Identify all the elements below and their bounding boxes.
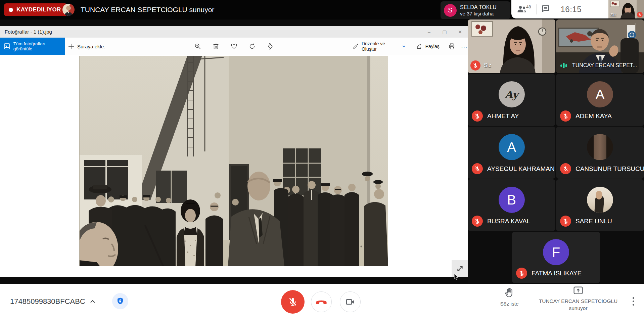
edit-icon bbox=[353, 43, 359, 50]
avatar: B bbox=[499, 187, 525, 213]
participant-tile-ahmet-ay[interactable]: Ay AHMET AY bbox=[468, 74, 555, 126]
photos-window-title: Fotoğraflar - 1 (1).jpg bbox=[5, 26, 52, 38]
avatar bbox=[587, 134, 613, 160]
participant-tile-busra-kaval[interactable]: B BUSRA KAVAL bbox=[468, 179, 555, 231]
mic-muted-icon bbox=[287, 297, 298, 307]
clock: 16:15 bbox=[560, 5, 582, 14]
participant-name: AHMET AY bbox=[487, 112, 519, 120]
crop-icon[interactable] bbox=[267, 43, 274, 50]
participant-tile-adem-kaya[interactable]: A ADEM KAYA bbox=[556, 74, 644, 126]
photos-toolbar: Tüm fotoğrafları görüntüle Şuraya ekle: bbox=[0, 38, 468, 55]
participant-tile-aysegul-kahraman[interactable]: A AYSEGUL KAHRAMAN bbox=[468, 127, 555, 179]
presenting-name: TUNCAY ERCAN SEPETCiOGLU bbox=[535, 298, 622, 304]
meet-call-screen: KAYDEDİLİYOR TUNCAY ERCAN SEPETCiOGLU su… bbox=[0, 0, 644, 319]
photo-icon bbox=[4, 43, 10, 49]
more-options-button[interactable]: ... bbox=[461, 43, 468, 49]
hand-icon bbox=[505, 288, 514, 298]
presenting-word: sunuyor bbox=[535, 305, 622, 311]
present-screen-icon bbox=[573, 286, 583, 295]
self-view-thumbnail[interactable]: Siz bbox=[608, 0, 644, 18]
participant-tile-sare-unlu[interactable]: SARE UNLU bbox=[556, 179, 644, 231]
mic-muted-icon bbox=[472, 163, 483, 174]
participants-button[interactable]: 48 bbox=[517, 4, 532, 14]
delete-icon[interactable] bbox=[212, 43, 220, 50]
participant-name: BUSRA KAVAL bbox=[487, 218, 530, 225]
meeting-code: 17485099830BFCABC bbox=[10, 297, 85, 306]
shield-lock-icon bbox=[116, 297, 124, 305]
avatar: A bbox=[587, 81, 613, 107]
participants-toast: S SELDA TOKLU ve 37 kişi daha bbox=[441, 1, 510, 19]
divider bbox=[555, 4, 555, 14]
chat-button[interactable] bbox=[541, 4, 550, 14]
presenting-status[interactable]: TUNCAY ERCAN SEPETCiOGLU sunuyor bbox=[535, 286, 622, 311]
participant-name: SARE UNLU bbox=[576, 218, 612, 225]
avatar: A bbox=[499, 134, 525, 160]
participant-tile-fatma-islikaye[interactable]: F FATMA ISLIKAYE bbox=[512, 232, 600, 283]
mic-muted-icon bbox=[470, 60, 480, 71]
participant-name: ADEM KAYA bbox=[576, 112, 612, 120]
camera-icon bbox=[345, 297, 355, 307]
divider bbox=[536, 4, 537, 14]
shared-photos-window: Fotoğraflar - 1 (1).jpg – ▢ ✕ Tüm fotoğr… bbox=[0, 26, 468, 277]
avatar: F bbox=[543, 239, 569, 265]
leave-call-button[interactable] bbox=[311, 291, 332, 312]
video-tile-presenter[interactable]: TUNCAY ERCAN SEPET... bbox=[556, 19, 644, 73]
mic-muted-icon bbox=[472, 110, 483, 122]
meeting-code-button[interactable]: 17485099830BFCABC bbox=[10, 284, 95, 319]
edit-create-button[interactable]: Düzenle ve Oluştur bbox=[353, 41, 406, 52]
top-bar: KAYDEDİLİYOR TUNCAY ERCAN SEPETCiOGLU su… bbox=[0, 0, 644, 19]
shared-photo bbox=[79, 56, 388, 266]
maximize-button[interactable]: ▢ bbox=[437, 26, 452, 38]
presenter-avatar bbox=[62, 4, 75, 16]
toast-avatar: S bbox=[444, 4, 457, 17]
plus-icon bbox=[68, 43, 75, 50]
add-to-button[interactable]: Şuraya ekle: bbox=[68, 38, 105, 55]
participant-name: FATMA ISLIKAYE bbox=[532, 270, 582, 277]
participants-sidebar: Siz bbox=[468, 19, 644, 283]
self-thumb-label: Siz bbox=[610, 12, 616, 17]
close-button[interactable]: ✕ bbox=[452, 26, 468, 38]
top-controls-panel: 48 16:15 bbox=[511, 0, 608, 18]
toast-others: ve 37 kişi daha bbox=[460, 10, 497, 17]
chevron-up-icon bbox=[90, 300, 95, 304]
mic-muted-icon bbox=[560, 163, 571, 174]
tile-name: TUNCAY ERCAN SEPET... bbox=[572, 62, 637, 69]
zoom-icon[interactable] bbox=[194, 43, 201, 50]
speaking-indicator-icon bbox=[559, 60, 569, 71]
call-controls-bar: 17485099830BFCABC bbox=[0, 284, 644, 319]
more-options-button[interactable] bbox=[633, 284, 634, 319]
participant-name: AYSEGUL KAHRAMAN bbox=[487, 165, 555, 173]
favorite-icon[interactable] bbox=[230, 43, 238, 50]
minimize-button[interactable]: – bbox=[421, 26, 437, 38]
print-icon[interactable] bbox=[448, 43, 455, 50]
mouse-cursor bbox=[454, 274, 459, 280]
participant-name: CANSUNUR TURSUCU bbox=[576, 165, 644, 173]
mic-muted-icon bbox=[637, 12, 643, 17]
camera-toggle-button[interactable] bbox=[340, 291, 361, 312]
expand-icon bbox=[456, 264, 464, 273]
raise-hand-label: Söz iste bbox=[494, 301, 524, 307]
mic-muted-icon bbox=[516, 268, 527, 279]
share-icon bbox=[416, 43, 423, 50]
tile-name: Siz bbox=[484, 62, 491, 69]
mic-muted-icon bbox=[472, 216, 483, 227]
mic-muted-icon bbox=[560, 110, 571, 122]
recording-badge[interactable]: KAYDEDİLİYOR bbox=[4, 3, 67, 16]
recording-dot-icon bbox=[9, 8, 13, 12]
participant-tile-cansunur-tursucu[interactable]: CANSUNUR TURSUCU bbox=[556, 127, 644, 179]
view-all-photos-button[interactable]: Tüm fotoğrafları görüntüle bbox=[0, 38, 65, 55]
participants-count: 48 bbox=[526, 4, 531, 9]
recording-label: KAYDEDİLİYOR bbox=[16, 6, 61, 13]
presenter-title: TUNCAY ERCAN SEPETCiOGLU sunuyor bbox=[81, 0, 214, 19]
rotate-icon[interactable] bbox=[248, 43, 256, 50]
mic-muted-icon bbox=[560, 216, 571, 227]
raise-hand-button[interactable]: Söz iste bbox=[494, 288, 524, 307]
video-tile-self[interactable]: Siz bbox=[468, 19, 555, 73]
chevron-down-icon bbox=[402, 44, 406, 48]
call-end-icon bbox=[316, 296, 327, 308]
share-button[interactable]: Paylaş bbox=[416, 43, 440, 50]
avatar bbox=[587, 187, 613, 213]
microphone-toggle-button[interactable] bbox=[281, 290, 305, 314]
meeting-safety-button[interactable] bbox=[112, 293, 128, 309]
photos-title-bar: Fotoğraflar - 1 (1).jpg – ▢ ✕ bbox=[0, 26, 468, 38]
